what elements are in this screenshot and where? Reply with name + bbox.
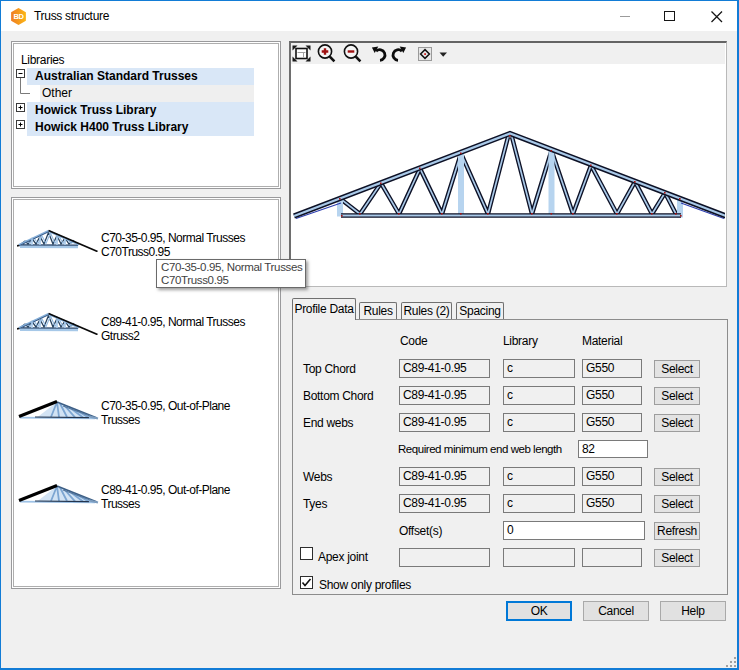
svg-text:BD: BD [13,12,24,21]
